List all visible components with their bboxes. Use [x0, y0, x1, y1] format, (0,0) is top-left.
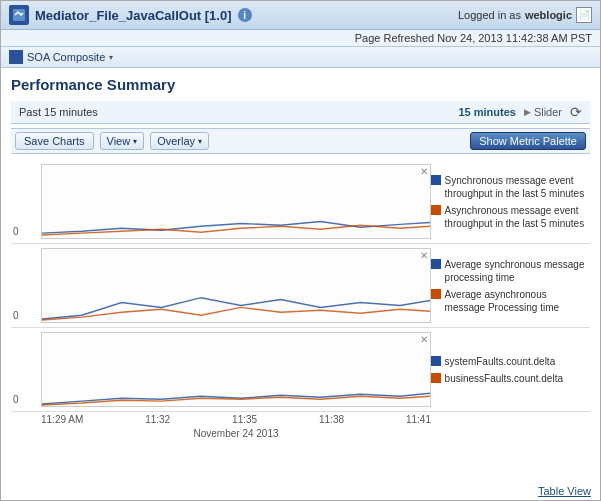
slider-tri: ▶	[524, 107, 531, 117]
legend-color-2-2	[431, 289, 441, 299]
xaxis-label: 11:38	[319, 414, 344, 425]
doc-icon[interactable]: 📄	[576, 7, 592, 23]
xaxis-label: 11:41	[406, 414, 431, 425]
soa-icon	[9, 50, 23, 64]
legend-color-3-1	[431, 356, 441, 366]
username: weblogic	[525, 9, 572, 21]
legend-item-1-2: Asynchronous message event throughput in…	[431, 204, 590, 230]
overlay-arrow: ▾	[198, 137, 202, 146]
chart-row-2: 0 ✕ Average synchronous message processi…	[11, 244, 590, 328]
chart-wrapper-3: 0 ✕	[11, 332, 423, 407]
chart3-svg	[42, 333, 430, 406]
overlay-dropdown[interactable]: Overlay ▾	[150, 132, 209, 150]
login-text: Logged in as	[458, 9, 521, 21]
chart3-legend: systemFaults.count.delta businessFaults.…	[423, 332, 590, 407]
xaxis-label: 11:32	[145, 414, 170, 425]
chart-wrapper-2: 0 ✕	[11, 248, 423, 323]
legend-text-2-2: Average asynchronous message Processing …	[445, 288, 590, 314]
xaxis-container: 11:29 AM11:3211:3511:3811:41 November 24…	[41, 412, 431, 442]
chart1-zero: 0	[13, 226, 19, 237]
refresh-chart-icon[interactable]: ⟳	[570, 104, 582, 120]
chart-row-3: 0 ✕ systemFaults.count.delta businessFau…	[11, 328, 590, 412]
view-label: View	[107, 135, 131, 147]
page-content: Performance Summary Past 15 minutes 15 m…	[1, 68, 600, 450]
page-title: Performance Summary	[11, 76, 590, 93]
legend-text-3-1: systemFaults.count.delta	[445, 355, 556, 368]
xaxis-date: November 24 2013	[41, 428, 431, 439]
legend-text-2-1: Average synchronous message processing t…	[445, 258, 590, 284]
chart2-zero: 0	[13, 310, 19, 321]
header-top: Mediator_File_JavaCallOut [1.0] i Logged…	[1, 1, 600, 30]
legend-color-1-2	[431, 205, 441, 215]
chart3-zero: 0	[13, 394, 19, 405]
info-icon[interactable]: i	[238, 8, 252, 22]
legend-item-2-1: Average synchronous message processing t…	[431, 258, 590, 284]
chart2-svg	[42, 249, 430, 322]
table-view-link[interactable]: Table View	[538, 485, 591, 497]
legend-item-3-2: businessFaults.count.delta	[431, 372, 590, 385]
toolbar-left: Save Charts View ▾ Overlay ▾	[11, 132, 209, 150]
refresh-label: Page Refreshed	[355, 32, 435, 44]
svg-rect-0	[13, 9, 25, 21]
soa-dropdown-arrow[interactable]: ▾	[109, 53, 113, 62]
legend-item-1-1: Synchronous message event throughput in …	[431, 174, 590, 200]
legend-text-3-2: businessFaults.count.delta	[445, 372, 563, 385]
app-title: Mediator_File_JavaCallOut [1.0]	[35, 8, 232, 23]
legend-text-1-2: Asynchronous message event throughput in…	[445, 204, 590, 230]
chart1-close[interactable]: ✕	[420, 167, 428, 177]
app-title-area: Mediator_File_JavaCallOut [1.0] i	[9, 5, 252, 25]
legend-color-1-1	[431, 175, 441, 185]
view-arrow: ▾	[133, 137, 137, 146]
xaxis-labels: 11:29 AM11:3211:3511:3811:41	[41, 412, 431, 427]
view-dropdown[interactable]: View ▾	[100, 132, 145, 150]
chart1-svg	[42, 165, 430, 238]
legend-text-1-1: Synchronous message event throughput in …	[445, 174, 590, 200]
toolbar: Save Charts View ▾ Overlay ▾ Show Metric…	[11, 128, 590, 154]
chart2-legend: Average synchronous message processing t…	[423, 248, 590, 323]
past-time-label: Past 15 minutes	[19, 106, 450, 118]
chart-row-1: 0 ✕ Synchronous message event throughput…	[11, 160, 590, 244]
legend-color-2-1	[431, 259, 441, 269]
legend-color-3-2	[431, 373, 441, 383]
show-metric-palette-button[interactable]: Show Metric Palette	[470, 132, 586, 150]
slider-label-text[interactable]: Slider	[534, 106, 562, 118]
slider-area: ▶ Slider	[524, 106, 562, 118]
app-icon	[9, 5, 29, 25]
soa-label: SOA Composite	[27, 51, 105, 63]
xaxis-label: 11:35	[232, 414, 257, 425]
chart2-close[interactable]: ✕	[420, 251, 428, 261]
chart3-close[interactable]: ✕	[420, 335, 428, 345]
chart-wrapper-1: 0 ✕	[11, 164, 423, 239]
xaxis-row: 11:29 AM11:3211:3511:3811:41 November 24…	[11, 412, 590, 442]
toolbar-right: Show Metric Palette	[470, 132, 590, 150]
refresh-time: Nov 24, 2013 11:42:38 AM PST	[437, 32, 592, 44]
xaxis-label: 11:29 AM	[41, 414, 83, 425]
time-value[interactable]: 15 minutes	[458, 106, 515, 118]
chart3-container: ✕	[41, 332, 431, 407]
refresh-bar: Page Refreshed Nov 24, 2013 11:42:38 AM …	[1, 30, 600, 47]
chart2-container: ✕	[41, 248, 431, 323]
chart1-legend: Synchronous message event throughput in …	[423, 164, 590, 239]
legend-item-2-2: Average asynchronous message Processing …	[431, 288, 590, 314]
header-info: Logged in as weblogic 📄	[458, 7, 592, 23]
legend-item-3-1: systemFaults.count.delta	[431, 355, 590, 368]
time-controls-bar: Past 15 minutes 15 minutes ▶ Slider ⟳	[11, 101, 590, 124]
charts-area: 0 ✕ Synchronous message event throughput…	[11, 160, 590, 442]
overlay-label: Overlay	[157, 135, 195, 147]
save-charts-button[interactable]: Save Charts	[15, 132, 94, 150]
header-sub: SOA Composite ▾	[1, 47, 600, 68]
chart1-container: ✕	[41, 164, 431, 239]
